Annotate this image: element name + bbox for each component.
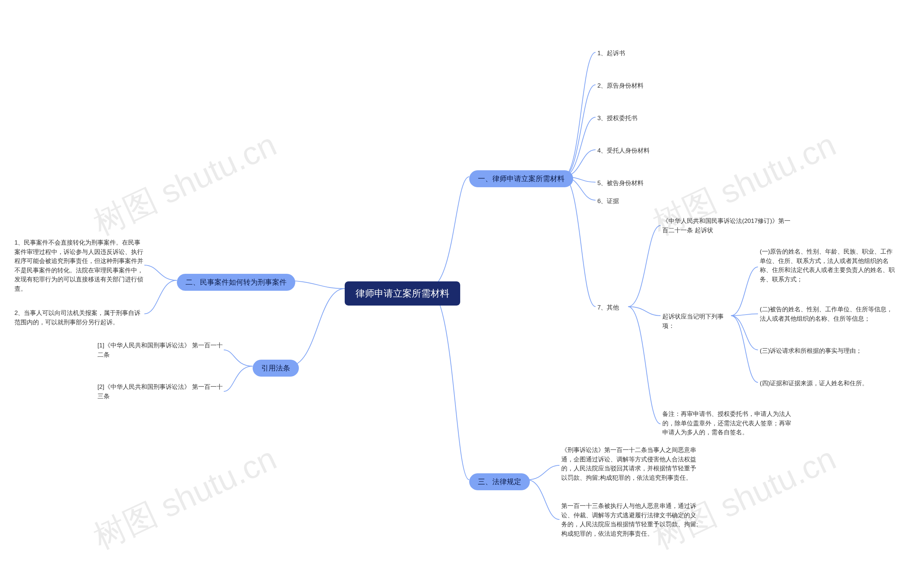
leaf-other-law: 《中华人民共和国民事诉讼法(2017修订)》第一百二十一条 起诉状 bbox=[662, 216, 792, 235]
watermark: 树图 shutu.cn bbox=[87, 123, 284, 246]
leaf-poa: 3、授权委托书 bbox=[597, 114, 677, 123]
leaf-other-subheader: 起诉状应当记明下列事项： bbox=[662, 312, 731, 330]
branch-law[interactable]: 三、法律规定 bbox=[469, 473, 530, 490]
leaf-other-sub2: (二)被告的姓名、性别、工作单位、住所等信息，法人或者其他组织的名称、住所等信息… bbox=[760, 305, 897, 323]
leaf-cite-1: [1]《中华人民共和国刑事诉讼法》 第一百一十二条 bbox=[97, 341, 224, 359]
leaf-law-113: 第一百一十三条被执行人与他人恶意串通，通过诉讼、仲裁、调解等方式逃避履行法律文书… bbox=[561, 501, 698, 538]
leaf-law-112: 《刑事诉讼法》第一百一十二条当事人之间恶意串通，企图通过诉讼、调解等方式侵害他人… bbox=[561, 445, 698, 483]
leaf-other: 7、其他 bbox=[597, 303, 626, 312]
branch-materials[interactable]: 一、律师申请立案所需材料 bbox=[469, 170, 573, 187]
branch-civil-to-criminal[interactable]: 二、民事案件如何转为刑事案件 bbox=[177, 274, 295, 291]
center-topic[interactable]: 律师申请立案所需材料 bbox=[345, 281, 460, 306]
leaf-complaint: 1、起诉书 bbox=[597, 49, 677, 58]
leaf-cite-2: [2]《中华人民共和国刑事诉讼法》 第一百一十三条 bbox=[97, 383, 224, 401]
watermark: 树图 shutu.cn bbox=[87, 437, 284, 560]
leaf-other-note: 备注：再审申请书、授权委托书，申请人为法人的，除单位盖章外，还需法定代表人签章；… bbox=[662, 409, 792, 437]
branch-cites[interactable]: 引用法条 bbox=[253, 360, 299, 377]
leaf-trustee-id: 4、受托人身份材料 bbox=[597, 146, 677, 155]
leaf-evidence: 6、证据 bbox=[597, 196, 677, 206]
leaf-plaintiff-id: 2、原告身份材料 bbox=[597, 81, 677, 90]
leaf-other-sub3: (三)诉讼请求和所根据的事实与理由； bbox=[760, 346, 897, 356]
leaf-other-sub1: (一)原告的姓名、性别、年龄、民族、职业、工作单位、住所、联系方式，法人或者其他… bbox=[760, 247, 897, 284]
leaf-other-sub4: (四)证据和证据来源，证人姓名和住所。 bbox=[760, 379, 897, 388]
leaf-civil-1: 1、民事案件不会直接转化为刑事案件。在民事案件审理过程中，诉讼参与人因违反诉讼、… bbox=[15, 238, 144, 293]
leaf-civil-2: 2、当事人可以向司法机关报案，属于刑事自诉范围内的，可以就刑事部分另行起诉。 bbox=[15, 308, 144, 327]
leaf-defendant-id: 5、被告身份材料 bbox=[597, 178, 677, 188]
